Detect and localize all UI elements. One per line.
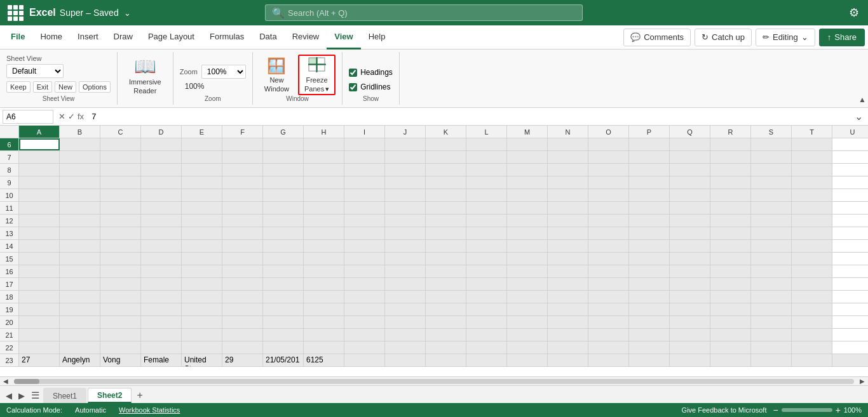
cell-11[interactable] [141,202,182,214]
cell-21[interactable] [751,329,792,341]
cell-8[interactable] [751,164,792,176]
cell-21[interactable] [344,329,385,341]
cell-9[interactable] [710,176,751,189]
cell-19[interactable] [100,303,141,315]
cell-19[interactable] [344,303,385,315]
cell-19[interactable] [588,303,629,315]
cell-22[interactable] [629,341,670,354]
cell-8[interactable] [60,164,100,176]
cell-7[interactable] [100,151,141,163]
cell-10[interactable] [182,189,222,201]
cell-P6[interactable] [629,138,670,150]
cell-16[interactable] [710,265,751,277]
cell-21[interactable] [588,329,629,341]
cell-16[interactable] [222,265,263,277]
cell-8[interactable] [629,164,670,176]
sheet-view-select[interactable]: Default [6,64,64,78]
cell-22[interactable] [263,341,304,354]
cell-10[interactable] [141,189,182,201]
cell-21[interactable] [100,329,141,341]
cell-13[interactable] [588,227,629,239]
cell-15[interactable] [466,253,507,265]
cell-14[interactable] [60,240,100,252]
cell-9[interactable] [751,176,792,189]
exit-button[interactable]: Exit [33,81,52,93]
cell-15[interactable] [344,253,385,265]
row-num-22[interactable]: 22 [0,341,19,354]
cell-8[interactable] [426,164,466,176]
cell-19[interactable] [629,303,670,315]
cell-11[interactable] [263,202,304,214]
cell-18[interactable] [507,291,548,303]
cell-11[interactable] [670,202,710,214]
cell-8[interactable] [19,164,60,176]
cell-13[interactable] [629,227,670,239]
cell-13[interactable] [222,227,263,239]
cell-E6[interactable] [182,138,222,150]
row-num-10[interactable]: 10 [0,189,19,201]
cell-15[interactable] [548,253,588,265]
cell-8[interactable] [344,164,385,176]
cell-17[interactable] [263,278,304,290]
cell-17[interactable] [100,278,141,290]
cell-9[interactable] [222,176,263,189]
cell-12[interactable] [670,215,710,227]
cell-20[interactable] [792,316,832,328]
cell-9[interactable] [670,176,710,189]
sheet-tab-sheet1[interactable]: Sheet1 [43,388,86,403]
cell-7[interactable] [182,151,222,163]
cell-15[interactable] [19,253,60,265]
feedback-label[interactable]: Give Feedback to Microsoft [682,406,767,414]
zoom-out-button[interactable]: − [773,405,778,415]
cell-9[interactable] [19,176,60,189]
row-num-19[interactable]: 19 [0,303,19,315]
cell-13[interactable] [710,227,751,239]
gridlines-checkbox[interactable] [349,83,357,91]
cell-16[interactable] [385,265,426,277]
cell-20[interactable] [304,316,344,328]
tab-home[interactable]: Home [32,25,70,50]
cell-14[interactable] [263,240,304,252]
cell-14[interactable] [344,240,385,252]
cell-8[interactable] [588,164,629,176]
cell-7[interactable] [710,151,751,163]
cell-20[interactable] [344,316,385,328]
cell-21[interactable] [507,329,548,341]
cell-18[interactable] [629,291,670,303]
cell-7[interactable] [141,151,182,163]
formula-expand-icon[interactable]: ⌄ [852,110,865,122]
cell-17[interactable] [588,278,629,290]
cell-11[interactable] [344,202,385,214]
cell-18[interactable] [792,291,832,303]
cell-12[interactable] [466,215,507,227]
ribbon-expand-icon[interactable]: ▲ [858,95,866,104]
cell-19[interactable] [60,303,100,315]
cell-20[interactable] [182,316,222,328]
cell-22[interactable] [385,341,426,354]
cell-18[interactable] [751,291,792,303]
cell-20[interactable] [222,316,263,328]
cell-10[interactable] [670,189,710,201]
row-num-14[interactable]: 14 [0,240,19,252]
cell-10[interactable] [263,189,304,201]
cell-7[interactable] [222,151,263,163]
cell-7[interactable] [60,151,100,163]
cell-10[interactable] [344,189,385,201]
row-num-21[interactable]: 21 [0,329,19,341]
cell-9[interactable] [548,176,588,189]
cell-12[interactable] [344,215,385,227]
col-header-L[interactable]: L [466,126,507,138]
cell-8[interactable] [100,164,141,176]
cell-15[interactable] [182,253,222,265]
cell-19[interactable] [304,303,344,315]
cell-11[interactable] [60,202,100,214]
cell-19[interactable] [263,303,304,315]
cell-21[interactable] [710,329,751,341]
cell-8[interactable] [222,164,263,176]
cell-21[interactable] [466,329,507,341]
comments-button[interactable]: 💬 Comments [623,29,691,46]
confirm-formula-icon[interactable]: ✓ [68,112,75,121]
cell-7[interactable] [385,151,426,163]
cell-11[interactable] [507,202,548,214]
search-box[interactable]: 🔍 [265,4,583,21]
